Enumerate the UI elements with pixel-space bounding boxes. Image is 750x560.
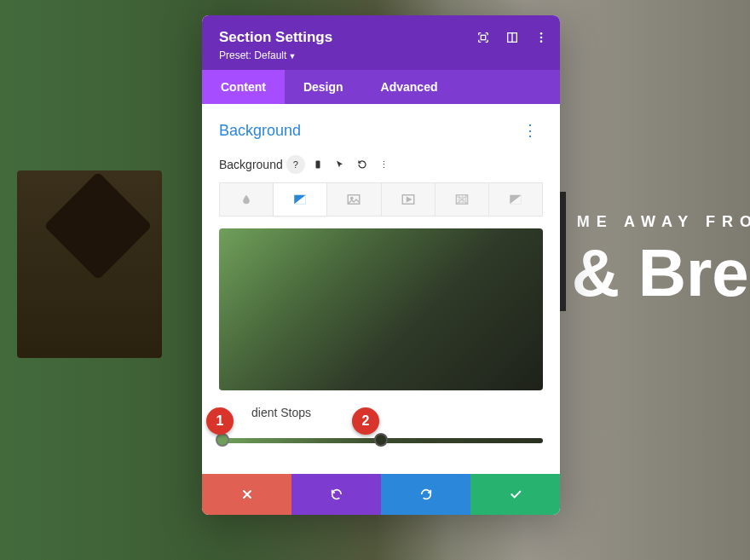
more-vert-icon[interactable] [534, 31, 548, 44]
section-title[interactable]: Background [219, 122, 301, 140]
modal-header: Section Settings Preset: Default▼ [202, 15, 560, 70]
help-icon[interactable]: ? [286, 155, 305, 174]
background-type-tabs [219, 182, 543, 216]
bg-type-gradient[interactable] [274, 182, 327, 216]
cancel-button[interactable] [202, 474, 291, 515]
hero-text: ME AWAY FRO & Bre [572, 213, 750, 306]
panel-body: Background ⋮ Background ? ⋮ [202, 104, 560, 474]
undo-button[interactable] [291, 474, 381, 515]
bg-type-image[interactable] [327, 182, 381, 216]
gradient-stop-handle-2[interactable] [374, 433, 388, 447]
tab-content[interactable]: Content [202, 70, 285, 104]
svg-point-5 [540, 40, 543, 43]
stops-label-text: dient Stops [251, 406, 311, 419]
gradient-stops-slider[interactable] [219, 431, 543, 448]
modal-footer [202, 474, 560, 515]
annotation-1: 1 [206, 407, 234, 435]
device-icon[interactable] [309, 155, 327, 174]
bg-type-mask[interactable] [489, 182, 543, 216]
modal-header-actions [476, 31, 548, 44]
background-field-row: Background ? ⋮ [219, 155, 543, 174]
field-more-icon[interactable]: ⋮ [375, 155, 394, 174]
caret-down-icon: ▼ [288, 52, 296, 61]
svg-point-4 [540, 37, 543, 39]
hero-subtitle: ME AWAY FRO [577, 213, 750, 231]
reset-icon[interactable] [353, 155, 372, 174]
gradient-stops-label: dient Stops [219, 406, 543, 419]
svg-point-3 [540, 32, 543, 35]
bg-type-video[interactable] [382, 182, 436, 216]
field-label: Background [219, 158, 283, 171]
save-button[interactable] [470, 474, 560, 515]
gradient-preview[interactable] [219, 228, 543, 390]
hover-cursor-icon[interactable] [331, 155, 349, 174]
settings-modal: Section Settings Preset: Default▼ Conten… [202, 15, 560, 515]
svg-marker-12 [407, 198, 411, 202]
bg-type-pattern[interactable] [436, 182, 489, 216]
tab-design[interactable]: Design [285, 70, 362, 104]
tab-advanced[interactable]: Advanced [362, 70, 457, 104]
svg-rect-0 [481, 35, 485, 39]
preset-label: Preset: Default [219, 49, 286, 61]
svg-rect-6 [315, 161, 320, 169]
section-menu-icon[interactable]: ⋮ [517, 121, 543, 140]
annotation-2: 2 [352, 407, 379, 435]
expand-icon[interactable] [476, 31, 490, 44]
snap-icon[interactable] [505, 31, 519, 44]
redo-button[interactable] [381, 474, 470, 515]
modal-tabs: Content Design Advanced [202, 70, 560, 104]
preset-dropdown[interactable]: Preset: Default▼ [219, 49, 543, 61]
hero-title: & Bre [572, 240, 750, 306]
section-title-row: Background ⋮ [219, 121, 543, 140]
svg-point-10 [351, 197, 353, 199]
bg-type-color[interactable] [219, 182, 274, 216]
gradient-stop-handle-1[interactable] [216, 433, 229, 447]
